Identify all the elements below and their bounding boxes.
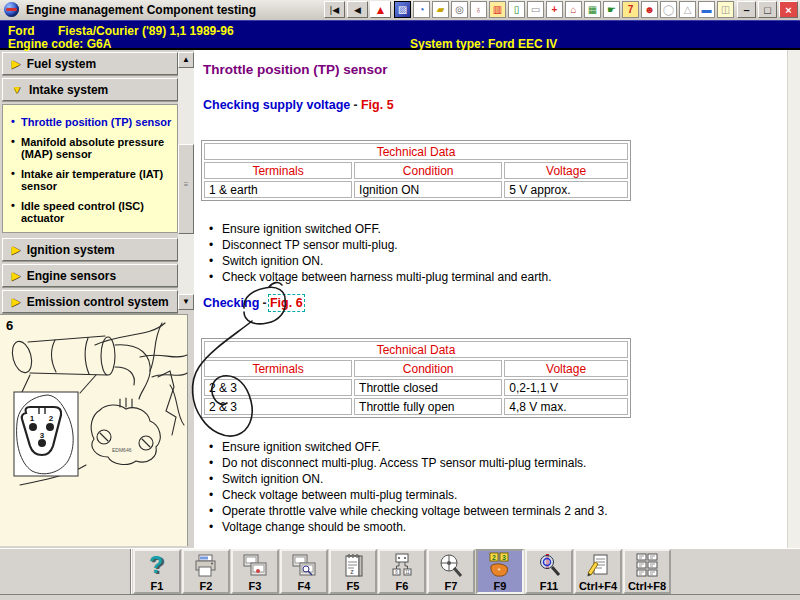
triangle-disabled-icon[interactable]: △ (679, 1, 696, 18)
notepad-icon: z (340, 552, 366, 580)
car-key-icon[interactable]: ▰ (432, 1, 449, 18)
nav-first-button[interactable]: |◀ (324, 1, 345, 18)
table-row: 1 & earth Ignition ON 5 V approx. (204, 181, 628, 198)
status-strip (0, 594, 800, 600)
key-label: F1 (135, 580, 179, 592)
vehicle-make: Ford (8, 24, 35, 38)
sidebar-scrollbar[interactable]: ▲ ≡ ▼ (178, 52, 194, 310)
system-type: System type: Ford EEC IV (410, 37, 557, 51)
maximize-button[interactable]: □ (758, 1, 777, 18)
sidebar-section-engine-sensors[interactable]: ▶ Engine sensors (2, 264, 178, 287)
table-cell: 5 V approx. (504, 181, 628, 198)
print-button[interactable]: F2 (182, 549, 230, 594)
content-scrollbar-track[interactable] (787, 50, 800, 548)
sidebar-section-ignition-system[interactable]: ▶ Ignition system (2, 238, 178, 261)
column-header-condition: Condition (354, 360, 502, 377)
magnifier-compass-icon (438, 552, 464, 580)
fig-5-link[interactable]: Fig. 5 (361, 98, 394, 112)
list-item: Ensure ignition switched OFF. (206, 441, 608, 454)
wrench-tool-icon[interactable]: ▨ (394, 1, 411, 18)
pin-2-dot (46, 423, 54, 431)
ramp-icon[interactable]: ▥ (489, 1, 506, 18)
list-item: Voltage change should be smooth. (206, 521, 608, 534)
copy-graphic-button[interactable]: F3 (231, 549, 279, 594)
section-heading-checking: Checking - Fig. 6 (203, 296, 303, 310)
sidebar-item-map-sensor[interactable]: Manifold absolute pressure (MAP) sensor (9, 136, 173, 160)
switch-panel-icon[interactable]: ◫ (717, 1, 734, 18)
globe-clock-icon[interactable]: ◔ (413, 1, 430, 18)
help-button[interactable]: ? ? F1 (133, 549, 181, 594)
edit-notes-button[interactable]: Ctrl+F4 (574, 549, 622, 594)
window-controls: – □ × (737, 1, 798, 18)
warning-button[interactable]: ▲ (370, 1, 391, 18)
heading-separator: - (350, 98, 361, 112)
car-body-icon[interactable]: ▭ (527, 1, 544, 18)
svg-text:z: z (350, 568, 354, 575)
svg-text:?: ? (149, 552, 164, 578)
inspect-button[interactable]: F11 (525, 549, 573, 594)
key-label: F11 (527, 580, 571, 592)
house-numbers-icon[interactable]: ⌂ (565, 1, 582, 18)
minimize-button[interactable]: – (737, 1, 756, 18)
sidebar-item-tp-sensor[interactable]: Throttle position (TP) sensor (9, 116, 173, 128)
scroll-down-icon[interactable]: ▼ (178, 294, 194, 310)
people-red-icon[interactable]: ☻ (641, 1, 658, 18)
list-grid-icon (634, 552, 660, 580)
sidebar-section-fuel-system[interactable]: ▶ Fuel system (2, 52, 178, 75)
svg-text:2: 2 (492, 554, 496, 561)
key-label: F3 (233, 580, 277, 592)
table-caption: Technical Data (204, 341, 628, 358)
circle-disabled-icon[interactable]: ◯ (660, 1, 677, 18)
robot-arm-icon[interactable]: ♁ (470, 1, 487, 18)
job-list-button[interactable]: Ctrl+F8 (623, 549, 671, 594)
machine-green-icon[interactable]: ▦ (584, 1, 601, 18)
column-header-voltage: Voltage (504, 360, 628, 377)
procedure-list-2: Ensure ignition switched OFF. Do not dis… (206, 438, 608, 537)
column-header-condition: Condition (354, 162, 502, 179)
nav-back-button[interactable]: ◀ (347, 1, 368, 18)
main-content: Throttle position (TP) sensor Checking s… (194, 50, 787, 548)
magnifier-bars-icon (536, 552, 562, 580)
throttle-body-drawing: 1 2 3 EDM646 (0, 315, 188, 546)
intake-system-panel: Throttle position (TP) sensor Manifold a… (2, 104, 178, 233)
figure-panel: 6 (0, 314, 188, 546)
section-label: Emission control system (27, 295, 169, 309)
scrollbar-thumb[interactable]: ≡ (178, 144, 194, 234)
table-cell: 2 & 3 (204, 398, 352, 415)
sidebar-section-emission-control[interactable]: ▶ Emission control system (2, 290, 178, 313)
tool-red-icon[interactable]: + (546, 1, 563, 18)
column-header-terminals: Terminals (204, 162, 352, 179)
key-label: F7 (429, 580, 473, 592)
car-blue-icon[interactable]: ▬ (698, 1, 715, 18)
column-header-voltage: Voltage (504, 162, 628, 179)
function-key-bar: ? ? F1 F2 F3 (0, 548, 800, 594)
table-row: 2 & 3 Throttle closed 0,2-1,1 V (204, 379, 628, 396)
gate-icon[interactable]: ▯ (508, 1, 525, 18)
helmet-7-icon[interactable]: 7 (622, 1, 639, 18)
table-cell: 0,2-1,1 V (504, 379, 628, 396)
list-item: Switch ignition ON. (206, 473, 608, 486)
copy-window-button[interactable]: F4 (280, 549, 328, 594)
wheel-tyre-icon[interactable]: ◎ (451, 1, 468, 18)
wiring-diagram-button[interactable]: 6 11 F6 (378, 549, 426, 594)
close-button[interactable]: × (779, 1, 798, 18)
procedure-list-1: Ensure ignition switched OFF. Disconnect… (206, 220, 552, 287)
component-figure-button[interactable]: 2 3 * F9 (476, 549, 524, 594)
scroll-up-icon[interactable]: ▲ (178, 52, 194, 68)
vehicle-model: Fiesta/Courier ('89) 1,1 1989-96 (58, 24, 234, 38)
vehicle-info-bar: Ford Fiesta/Courier ('89) 1,1 1989-96 En… (0, 20, 800, 50)
key-label: F6 (380, 580, 424, 592)
nav-buttons: |◀ ◀ ▲ (324, 1, 391, 18)
notes-button[interactable]: z F5 (329, 549, 377, 594)
table-cell: Throttle closed (354, 379, 502, 396)
table-caption: Technical Data (204, 143, 628, 160)
toolbar-divider (130, 549, 132, 595)
fig-6-link[interactable]: Fig. 6 (270, 296, 303, 310)
technical-data-table-1: Technical Data Terminals Condition Volta… (201, 140, 631, 201)
sidebar-section-intake-system[interactable]: ▼ Intake system (2, 78, 178, 101)
adjustment-data-button[interactable]: F7 (427, 549, 475, 594)
sidebar-item-iat-sensor[interactable]: Intake air temperature (IAT) sensor (9, 168, 173, 192)
section-label: Intake system (29, 83, 108, 97)
sidebar-item-isc-actuator[interactable]: Idle speed control (ISC) actuator (9, 200, 173, 224)
hand-card-icon[interactable]: ☛ (603, 1, 620, 18)
